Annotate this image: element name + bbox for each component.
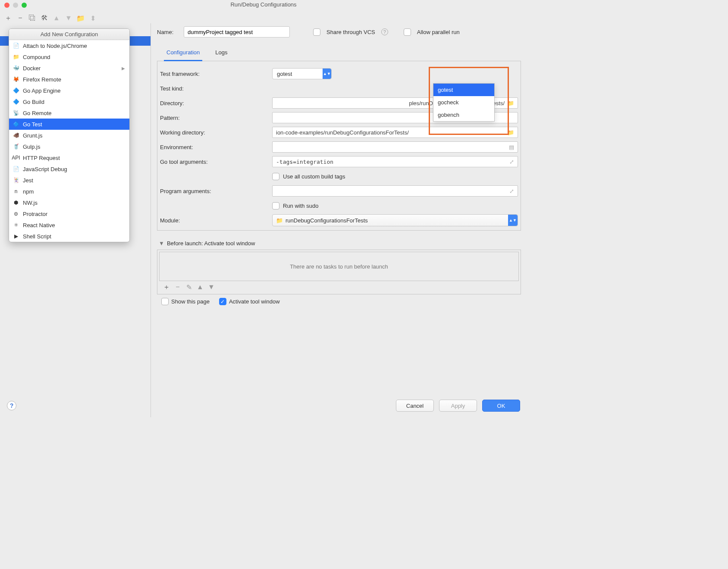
tabs: Configuration Logs	[157, 47, 521, 61]
move-up-button[interactable]: ▲	[52, 13, 61, 23]
disclosure-triangle-icon: ▼	[159, 240, 164, 247]
popup-item-nw-js[interactable]: ⬢NW.js	[9, 197, 129, 208]
environment-input[interactable]: ▤	[272, 141, 518, 153]
close-window[interactable]	[4, 3, 9, 8]
bl-edit-button: ✎	[184, 282, 194, 292]
run-sudo-checkbox[interactable]	[272, 202, 279, 209]
popup-item-npm[interactable]: nnpm	[9, 186, 129, 197]
add-configuration-button[interactable]: ＋	[3, 13, 13, 23]
chevron-right-icon: ▶	[122, 66, 125, 71]
chevron-down-icon: ▲▼	[508, 215, 518, 226]
bl-down-button: ▼	[207, 282, 216, 292]
attach-to-node-js-chrome-icon: 📄	[13, 42, 19, 49]
apply-button: Apply	[439, 400, 477, 412]
folder-icon[interactable]: 📁	[507, 100, 514, 106]
popup-item-go-app-engine[interactable]: 🔷Go App Engine	[9, 85, 129, 96]
before-launch-header[interactable]: ▼ Before launch: Activate tool window	[157, 237, 521, 250]
popup-item-go-build[interactable]: 🔷Go Build	[9, 96, 129, 107]
popup-item-go-remote[interactable]: 📡Go Remote	[9, 107, 129, 119]
directory-label: Directory:	[160, 100, 269, 106]
compound-icon: 📁	[13, 53, 19, 60]
allow-parallel-label: Allow parallel run	[417, 29, 460, 35]
folder-icon[interactable]: 📁	[507, 129, 514, 136]
test-framework-select[interactable]: gotest ▲▼	[272, 68, 332, 79]
http-request-icon: API	[13, 154, 19, 161]
show-this-page-checkbox[interactable]	[161, 298, 169, 305]
popup-item-attach-to-node-js-chrome[interactable]: 📄Attach to Node.js/Chrome	[9, 40, 129, 51]
minimize-window	[13, 3, 18, 8]
test-framework-label: Test framework:	[160, 71, 269, 77]
popup-item-label: Shell Script	[23, 233, 51, 240]
popup-item-label: Go Remote	[23, 110, 51, 116]
bl-up-button: ▲	[195, 282, 205, 292]
activate-tool-checkbox[interactable]: ✓	[219, 298, 226, 305]
popup-item-label: NW.js	[23, 200, 38, 206]
go-tool-args-label: Go tool arguments:	[160, 159, 269, 165]
test-kind-label: Test kind:	[160, 85, 269, 92]
copy-configuration-button[interactable]: ⿻	[28, 13, 37, 23]
popup-item-go-test[interactable]: 🔷Go Test	[9, 119, 129, 130]
popup-item-react-native[interactable]: ⚛React Native	[9, 219, 129, 231]
cancel-button[interactable]: Cancel	[396, 400, 434, 412]
chevron-down-icon: ▲▼	[323, 69, 331, 79]
popup-item-gulp-js[interactable]: 🥤Gulp.js	[9, 141, 129, 152]
popup-item-protractor[interactable]: ⊜Protractor	[9, 208, 129, 219]
help-button[interactable]: ?	[7, 401, 16, 410]
go-tool-args-input[interactable]: -tags=integration ⤢	[272, 156, 518, 167]
popup-item-jest[interactable]: 🃏Jest	[9, 175, 129, 186]
popup-item-javascript-debug[interactable]: 📄JavaScript Debug	[9, 163, 129, 175]
tab-configuration[interactable]: Configuration	[164, 47, 202, 61]
program-args-input[interactable]: ⤢	[272, 185, 518, 197]
pattern-label: Pattern:	[160, 115, 269, 121]
help-icon[interactable]: ?	[381, 28, 388, 35]
titlebar: Run/Debug Configurations	[0, 0, 527, 9]
use-all-tags-checkbox[interactable]	[272, 173, 279, 180]
module-icon: 📁	[276, 217, 283, 224]
popup-item-label: Firefox Remote	[23, 76, 61, 83]
popup-item-firefox-remote[interactable]: 🦊Firefox Remote	[9, 74, 129, 85]
popup-item-label: Protractor	[23, 211, 47, 217]
popup-item-compound[interactable]: 📁Compound	[9, 51, 129, 63]
dropdown-option-gobench[interactable]: gobench	[433, 109, 494, 121]
name-label: Name:	[157, 29, 178, 35]
configuration-panel: Name: Share through VCS ? Allow parallel…	[151, 23, 527, 417]
go-app-engine-icon: 🔷	[13, 87, 19, 94]
popup-item-shell-script[interactable]: ▶Shell Script	[9, 231, 129, 242]
move-down-button[interactable]: ▼	[64, 13, 73, 23]
test-framework-dropdown[interactable]: gotest gocheck gobench	[433, 83, 495, 122]
popup-item-docker[interactable]: 🐳Docker▶	[9, 63, 129, 74]
before-launch-list[interactable]: There are no tasks to run before launch	[159, 252, 519, 281]
popup-item-label: Jest	[23, 177, 33, 184]
window-title: Run/Debug Configurations	[3, 0, 524, 9]
folder-button[interactable]: 📁	[76, 13, 85, 23]
dropdown-option-gotest[interactable]: gotest	[433, 84, 494, 96]
popup-item-label: HTTP Request	[23, 155, 60, 161]
go-build-icon: 🔷	[13, 98, 19, 105]
tab-logs[interactable]: Logs	[213, 47, 230, 61]
edit-defaults-button[interactable]: 🛠	[40, 13, 49, 23]
bl-add-button[interactable]: ＋	[162, 282, 171, 292]
add-configuration-popup[interactable]: Add New Configuration 📄Attach to Node.js…	[9, 28, 130, 242]
share-vcs-checkbox[interactable]	[313, 28, 320, 36]
allow-parallel-checkbox[interactable]	[404, 28, 411, 36]
gulp-js-icon: 🥤	[13, 143, 19, 150]
popup-item-label: Docker	[23, 65, 41, 72]
dropdown-option-gocheck[interactable]: gocheck	[433, 96, 494, 109]
maximize-window[interactable]	[22, 3, 27, 8]
protractor-icon: ⊜	[13, 210, 19, 217]
react-native-icon: ⚛	[13, 222, 19, 228]
name-input[interactable]	[184, 26, 290, 38]
working-dir-input[interactable]: ion-code-examples/runDebugConfigurations…	[272, 127, 518, 138]
popup-item-label: Attach to Node.js/Chrome	[23, 43, 87, 49]
popup-item-http-request[interactable]: APIHTTP Request	[9, 152, 129, 163]
expand-icon[interactable]: ⤢	[509, 159, 514, 165]
module-select[interactable]: 📁 runDebugConfigurationsForTests ▲▼	[272, 214, 518, 226]
list-icon[interactable]: ▤	[509, 144, 514, 150]
ok-button[interactable]: OK	[482, 400, 520, 412]
popup-item-grunt-js[interactable]: 🐗Grunt.js	[9, 130, 129, 141]
expand-icon[interactable]: ⤢	[509, 188, 514, 194]
sort-button[interactable]: ⬍	[88, 13, 97, 23]
program-args-label: Program arguments:	[160, 188, 269, 194]
remove-configuration-button[interactable]: −	[16, 13, 25, 23]
bl-remove-button: −	[173, 282, 182, 292]
